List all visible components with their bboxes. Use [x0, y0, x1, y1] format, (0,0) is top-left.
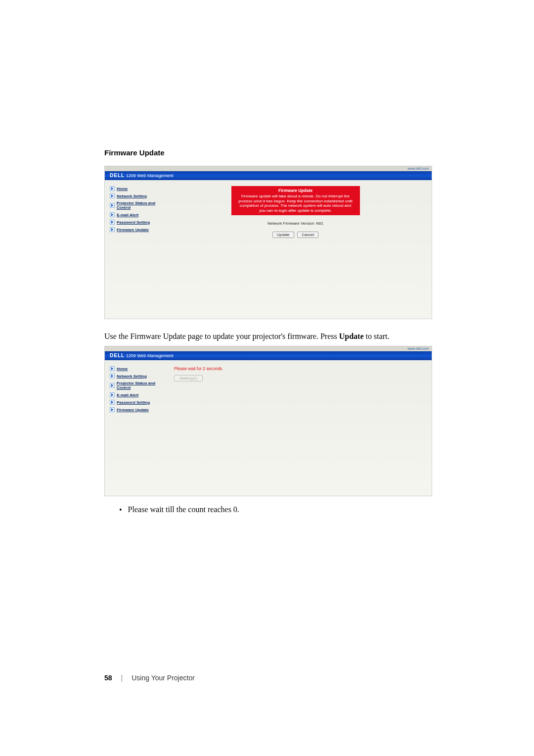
para-text-pre: Use the Firmware Update page to update y…: [104, 332, 339, 340]
button-row: Update Cancel: [174, 232, 417, 238]
arrow-right-icon: [110, 383, 115, 388]
arrow-right-icon: [110, 392, 115, 397]
warning-title: Firmware Update: [238, 188, 353, 193]
main-content: Firmware Update Firmware update will tak…: [169, 186, 427, 314]
nav-item-network-setting[interactable]: Network Setting: [110, 193, 169, 198]
section-title: Firmware Update: [104, 148, 436, 157]
nav-label: Projector Status and Control: [117, 381, 169, 390]
nav-label: Network Setting: [117, 194, 147, 198]
arrow-right-icon: [110, 407, 115, 412]
svg-marker-4: [111, 221, 113, 224]
panel-topbar: www.dell.com: [105, 166, 432, 171]
nav-label: Projector Status and Control: [117, 201, 169, 210]
svg-marker-8: [111, 384, 113, 387]
nav-label: Password Setting: [117, 400, 150, 405]
arrow-right-icon: [110, 212, 115, 217]
firmware-warning-box: Firmware Update Firmware update will tak…: [231, 186, 360, 215]
nav-label: Home: [117, 187, 128, 191]
instruction-paragraph: Use the Firmware Update page to update y…: [104, 331, 436, 342]
brand-logo: DELL: [110, 353, 125, 358]
arrow-right-icon: [110, 366, 115, 371]
svg-marker-7: [111, 375, 113, 378]
panel-header: DELL 1209 Web Management: [105, 351, 432, 360]
nav-label: Password Setting: [117, 220, 150, 225]
nav-sidebar: Home Network Setting Projector Status an…: [110, 186, 169, 314]
nav-sidebar: Home Network Setting Projector Status an…: [110, 366, 169, 491]
para-text-bold: Update: [339, 332, 364, 340]
svg-marker-0: [111, 187, 113, 190]
nav-item-firmware-update[interactable]: Firmware Update: [110, 407, 169, 412]
waiting-button: Waiting(2): [174, 375, 203, 381]
svg-marker-3: [111, 213, 113, 216]
nav-item-network-setting[interactable]: Network Setting: [110, 374, 169, 378]
arrow-right-icon: [110, 400, 115, 405]
warning-body: Firmware update will take about a minute…: [238, 194, 352, 213]
para-text-post: to start.: [364, 332, 390, 340]
bullet-item: • Please wait till the count reaches 0.: [119, 505, 436, 515]
bullet-dot-icon: •: [119, 505, 122, 515]
panel-topbar: www.dell.com: [105, 346, 432, 351]
arrow-right-icon: [110, 374, 115, 378]
nav-item-home[interactable]: Home: [110, 366, 169, 371]
nav-item-password-setting[interactable]: Password Setting: [110, 400, 169, 405]
nav-item-projector-status[interactable]: Projector Status and Control: [110, 201, 169, 210]
cancel-button[interactable]: Cancel: [297, 232, 318, 238]
footer-divider-icon: |: [121, 674, 123, 682]
product-name: 1209 Web Management: [126, 173, 174, 178]
svg-marker-10: [111, 401, 113, 404]
page-number: 58: [104, 674, 112, 682]
brand-logo: DELL: [110, 173, 125, 178]
nav-item-email-alert[interactable]: E-mail Alert: [110, 212, 169, 217]
svg-marker-9: [111, 393, 113, 396]
web-panel-waiting: www.dell.com DELL 1209 Web Management Ho…: [104, 346, 432, 496]
bullet-text: Please wait till the count reaches 0.: [128, 505, 239, 514]
arrow-right-icon: [110, 193, 115, 198]
footer-section-title: Using Your Projector: [132, 674, 195, 682]
product-name: 1209 Web Management: [126, 353, 174, 358]
nav-label: Firmware Update: [117, 228, 149, 232]
nav-label: Network Setting: [117, 374, 147, 378]
nav-item-home[interactable]: Home: [110, 186, 169, 191]
arrow-right-icon: [110, 220, 115, 225]
nav-item-firmware-update[interactable]: Firmware Update: [110, 227, 169, 232]
wait-text: Please wait for 2 seconds.: [174, 366, 417, 371]
arrow-right-icon: [110, 227, 115, 232]
svg-marker-2: [111, 204, 113, 207]
nav-label: E-mail Alert: [117, 213, 138, 217]
main-content: Please wait for 2 seconds. Waiting(2): [169, 366, 427, 491]
panel-header: DELL 1209 Web Management: [105, 171, 432, 180]
web-panel-firmware-update: www.dell.com DELL 1209 Web Management Ho…: [104, 166, 432, 319]
svg-marker-6: [111, 367, 113, 370]
svg-marker-11: [111, 408, 113, 411]
nav-label: Home: [117, 367, 128, 371]
page-footer: 58 | Using Your Projector: [104, 674, 195, 682]
nav-item-password-setting[interactable]: Password Setting: [110, 220, 169, 225]
svg-marker-5: [111, 228, 113, 231]
firmware-version-label: Network Firmware Version: N01: [174, 221, 417, 226]
nav-label: E-mail Alert: [117, 393, 138, 397]
nav-item-projector-status[interactable]: Projector Status and Control: [110, 381, 169, 390]
svg-marker-1: [111, 194, 113, 197]
nav-item-email-alert[interactable]: E-mail Alert: [110, 392, 169, 397]
arrow-right-icon: [110, 203, 115, 208]
nav-label: Firmware Update: [117, 408, 149, 412]
arrow-right-icon: [110, 186, 115, 191]
update-button[interactable]: Update: [272, 232, 294, 238]
